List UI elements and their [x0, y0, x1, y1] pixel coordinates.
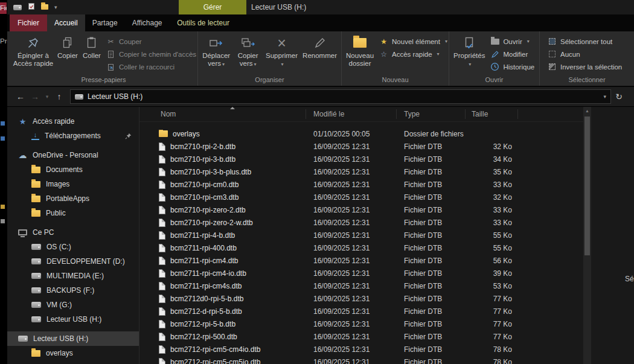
refresh-button[interactable]: ↻ — [611, 92, 627, 101]
open-button[interactable]: Ouvrir▾ — [487, 35, 537, 48]
sidebar-item-os-c[interactable]: OS (C:) — [7, 240, 139, 254]
file-size: 33 Ko — [466, 219, 518, 227]
rename-icon — [314, 34, 326, 51]
sidebar-item-public[interactable]: Public — [7, 206, 139, 220]
file-name: bcm2710-rpi-zero-2.dtb — [170, 206, 246, 214]
select-none-button[interactable]: Aucun — [545, 48, 625, 60]
select-all-button[interactable]: Sélectionner tout — [545, 35, 625, 48]
pin-icon — [125, 133, 132, 139]
cut-button[interactable]: ✂Couper — [103, 35, 199, 48]
sidebar-item-ce-pc[interactable]: Ce PC — [7, 225, 139, 240]
file-size: 32 Ko — [466, 142, 518, 151]
file-row[interactable]: bcm2712-rpi-500.dtb16/09/2025 12:31Fichi… — [139, 330, 583, 343]
edit-button[interactable]: Modifier — [487, 48, 537, 60]
tab-affichage[interactable]: Affichage — [125, 14, 170, 31]
file-row[interactable]: bcm2711-rpi-cm4.dtb16/09/2025 12:31Fichi… — [139, 254, 583, 267]
column-header-modified[interactable]: Modifié le — [306, 109, 397, 119]
column-headers: Nom Modifié le Type Taille — [139, 107, 583, 122]
sidebar-item-label: VM (G:) — [46, 301, 139, 309]
up-button[interactable]: ↑ — [52, 92, 66, 101]
file-name: bcm2711-rpi-4-b.dtb — [170, 231, 235, 240]
preview-hint-text: Sél — [625, 275, 634, 283]
delete-button[interactable]: × Supprimer▾ — [263, 33, 300, 75]
select-none-label: Aucun — [560, 51, 580, 58]
column-header-name[interactable]: Nom — [139, 109, 306, 119]
tab-outils-de-lecteur[interactable]: Outils de lecteur — [170, 14, 237, 31]
file-row[interactable]: bcm2710-rpi-3-b.dtb16/09/2025 12:31Fichi… — [139, 153, 583, 165]
invert-selection-button[interactable]: Inverser la sélection — [545, 60, 625, 73]
sidebar-item-lecteur-usb-h[interactable]: Lecteur USB (H:) — [7, 312, 139, 327]
file-name-cell: bcm2710-rpi-cm0.dtb — [139, 180, 306, 189]
file-type: Fichier DTB — [397, 269, 466, 278]
drive-tools-contextual-header[interactable]: Gérer — [179, 0, 246, 14]
sidebar-item-t-l-chargements[interactable]: ↓Téléchargements — [7, 129, 139, 143]
sidebar-item-overlays[interactable]: overlays — [7, 346, 139, 360]
easy-access-button[interactable]: ☆Accès rapide▾ — [376, 48, 450, 60]
sidebar-item-developpement-d[interactable]: DEVELOPPEMENT (D:) — [7, 254, 139, 269]
file-row[interactable]: bcm2710-rpi-cm0.dtb16/09/2025 12:31Fichi… — [139, 178, 583, 191]
file-row[interactable]: bcm2710-rpi-zero-2-w.dtb16/09/2025 12:31… — [139, 216, 583, 229]
file-name-cell: bcm2710-rpi-zero-2.dtb — [139, 206, 306, 214]
sidebar-item-vm-g[interactable]: VM (G:) — [7, 298, 139, 312]
file-row[interactable]: bcm2711-rpi-cm4-io.dtb16/09/2025 12:31Fi… — [139, 267, 583, 279]
onedrive-cloud-icon: ☁ — [18, 150, 27, 160]
copy-button[interactable]: Copier — [55, 33, 80, 75]
sidebar-item-acc-s-rapide[interactable]: ★Accès rapide — [7, 114, 139, 129]
vertical-scrollbar[interactable]: ▲ — [583, 107, 591, 364]
forward-button[interactable]: → — [28, 92, 42, 101]
tab-partage[interactable]: Partage — [85, 14, 125, 31]
file-row[interactable]: bcm2710-rpi-3-b-plus.dtb16/09/2025 12:31… — [139, 165, 583, 178]
file-row[interactable]: bcm2712d0-rpi-5-b.dtb16/09/2025 12:31Fic… — [139, 292, 583, 305]
file-row[interactable]: bcm2711-rpi-cm4s.dtb16/09/2025 12:31Fich… — [139, 279, 583, 292]
sidebar-item-portableapps[interactable]: PortableApps — [7, 191, 139, 206]
file-row[interactable]: overlays01/10/2025 00:05Dossier de fichi… — [139, 127, 583, 140]
file-row[interactable]: bcm2712-rpi-cm5-cm4io.dtb16/09/2025 12:3… — [139, 343, 583, 356]
file-name-cell: bcm2712d0-rpi-5-b.dtb — [139, 295, 306, 303]
history-button[interactable]: Historique — [487, 60, 537, 73]
properties-button[interactable]: Propriétés▾ — [451, 33, 487, 75]
new-item-button[interactable]: ★Nouvel élément▾ — [376, 35, 450, 48]
file-row[interactable]: bcm2711-rpi-4-b.dtb16/09/2025 12:31Fichi… — [139, 229, 583, 241]
file-row[interactable]: bcm2710-rpi-zero-2.dtb16/09/2025 12:31Fi… — [139, 203, 583, 216]
file-row[interactable]: bcm2710-rpi-2-b.dtb16/09/2025 12:31Fichi… — [139, 140, 583, 153]
rename-button[interactable]: Renommer — [300, 33, 339, 75]
qat-new-folder-button[interactable] — [41, 3, 48, 11]
address-dropdown-icon[interactable]: ▾ — [603, 94, 606, 100]
tab-accueil[interactable]: Accueil — [47, 14, 85, 31]
sidebar-item-documents[interactable]: Documents — [7, 162, 139, 177]
copy-path-label: Copier le chemin d'accès — [119, 51, 196, 58]
copy-to-button[interactable]: Copiervers▾ — [232, 33, 263, 75]
address-bar[interactable]: Lecteur USB (H:) ▾ — [70, 89, 611, 104]
file-size: 53 Ko — [466, 282, 518, 290]
move-to-button[interactable]: Déplacervers▾ — [200, 33, 232, 75]
tab-fichier[interactable]: Fichier — [10, 14, 47, 31]
file-row[interactable]: bcm2712-d-rpi-5-b.dtb16/09/2025 12:31Fic… — [139, 305, 583, 318]
column-header-type[interactable]: Type — [397, 109, 466, 119]
paste-button[interactable]: Coller — [80, 33, 103, 75]
column-header-size[interactable]: Taille — [466, 109, 518, 119]
sidebar-item-images[interactable]: Images — [7, 177, 139, 191]
file-name-cell: bcm2712-rpi-500.dtb — [139, 333, 306, 341]
file-row[interactable]: bcm2711-rpi-400.dtb16/09/2025 12:31Fichi… — [139, 241, 583, 254]
qat-customize-dropdown-icon[interactable]: ▾ — [54, 4, 57, 10]
sidebar-item-lecteur-usb-h[interactable]: Lecteur USB (H:) — [7, 331, 139, 346]
file-row[interactable]: bcm2712-rpi-cm5-cm5io.dtb16/09/2025 12:3… — [139, 356, 583, 364]
new-folder-button[interactable]: Nouveaudossier — [344, 33, 376, 75]
file-row[interactable]: bcm2710-rpi-cm3.dtb16/09/2025 12:31Fichi… — [139, 191, 583, 203]
recent-locations-dropdown-icon[interactable]: ▾ — [42, 94, 52, 100]
file-row[interactable]: bcm2712-rpi-5-b.dtb16/09/2025 12:31Fichi… — [139, 318, 583, 330]
scroll-up-icon[interactable]: ▲ — [583, 107, 591, 115]
sidebar-item-onedrive-personal[interactable]: ☁OneDrive - Personal — [7, 148, 139, 162]
scrollbar-thumb[interactable] — [584, 117, 590, 255]
file-size: 33 Ko — [466, 180, 518, 189]
file-modified: 16/09/2025 12:31 — [306, 295, 397, 303]
sidebar-item-backups-f[interactable]: BACKUPS (F:) — [7, 283, 139, 298]
copy-path-button[interactable]: Copier le chemin d'accès — [103, 48, 199, 60]
paste-shortcut-button[interactable]: Coller le raccourci — [103, 60, 199, 73]
qat-properties-button[interactable] — [28, 2, 35, 12]
sidebar-item-multimedia-e[interactable]: MULTIMEDIA (E:) — [7, 269, 139, 283]
edit-label: Modifier — [503, 51, 528, 58]
pin-to-quick-access-button[interactable]: Épingler àAccès rapide — [11, 33, 55, 75]
address-path[interactable]: Lecteur USB (H:) — [88, 92, 142, 101]
back-button[interactable]: ← — [13, 92, 28, 101]
